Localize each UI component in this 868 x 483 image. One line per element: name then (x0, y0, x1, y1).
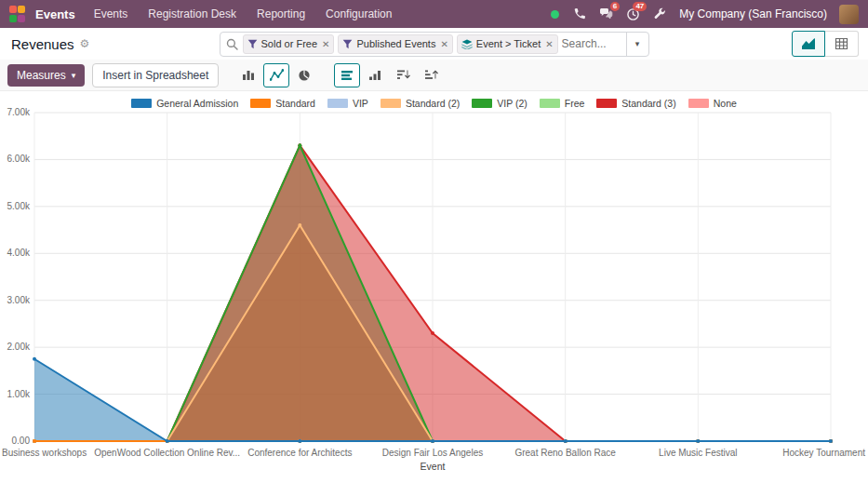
activities-clock-icon[interactable]: 47 (625, 7, 640, 21)
search-bar: Sold or Free ✕ Published Events ✕ Event … (220, 32, 649, 57)
groupby-layers-icon (461, 39, 473, 49)
user-avatar[interactable] (839, 5, 859, 24)
chart-options-group (334, 63, 444, 87)
svg-text:1.00k: 1.00k (7, 389, 31, 399)
legend-swatch (131, 99, 152, 108)
facet-sold-or-free: Sold or Free ✕ (243, 34, 335, 54)
svg-text:3.00k: 3.00k (7, 295, 31, 305)
svg-text:Event: Event (421, 461, 446, 472)
gear-icon[interactable]: ⚙ (80, 37, 90, 50)
sort-asc-button[interactable] (418, 63, 444, 87)
svg-text:OpenWood Collection Online Rev: OpenWood Collection Online Rev... (94, 448, 240, 458)
svg-text:Design Fair Los Angeles: Design Fair Los Angeles (382, 448, 483, 458)
stacked-toggle-button[interactable] (334, 63, 360, 87)
wrench-icon[interactable] (652, 7, 667, 21)
app-name[interactable]: Events (35, 7, 75, 21)
menu-registration-desk[interactable]: Registration Desk (148, 7, 236, 20)
measures-button[interactable]: Measures ▾ (7, 64, 85, 87)
line-chart-button[interactable] (263, 63, 289, 87)
legend-swatch (250, 99, 271, 108)
facet-remove-icon[interactable]: ✕ (440, 39, 447, 49)
activities-badge: 47 (633, 2, 647, 11)
svg-text:Great Reno Ballon Race: Great Reno Ballon Race (514, 448, 616, 458)
svg-text:7.00k: 7.00k (7, 108, 31, 117)
facet-label: Published Events (356, 38, 435, 49)
top-navbar: Events Events Registration Desk Reportin… (0, 0, 868, 28)
bar-chart-button[interactable] (235, 63, 261, 87)
pivot-grid-icon (835, 37, 848, 50)
caret-down-icon: ▾ (72, 71, 76, 80)
graph-view-button[interactable] (792, 31, 825, 57)
search-input[interactable] (562, 37, 626, 50)
svg-text:Live Music Festival: Live Music Festival (659, 448, 737, 458)
company-switcher[interactable]: My Company (San Francisco) (679, 7, 827, 20)
messages-icon[interactable]: 6 (598, 7, 613, 21)
facet-groupby-event-ticket: Event > Ticket ✕ (457, 34, 558, 54)
svg-text:0.00: 0.00 (12, 436, 31, 446)
svg-text:4.00k: 4.00k (7, 248, 31, 258)
svg-text:2.00k: 2.00k (7, 342, 31, 352)
insert-in-spreadsheet-button[interactable]: Insert in Spreadsheet (92, 63, 219, 87)
page-title: Revenues (11, 36, 74, 52)
facet-label: Event > Ticket (476, 38, 541, 49)
legend-swatch (381, 99, 401, 108)
online-status-dot (551, 10, 559, 19)
graph-toolbar: Measures ▾ Insert in Spreadsheet (0, 60, 868, 91)
filter-icon (247, 39, 258, 49)
chart-type-group (235, 63, 317, 87)
measures-label: Measures (17, 69, 66, 82)
pivot-view-button[interactable] (825, 31, 859, 57)
chart-area: General AdmissionStandardVIPStandard (2)… (0, 91, 868, 479)
facet-remove-icon[interactable]: ✕ (545, 39, 553, 49)
facet-published-events: Published Events ✕ (338, 34, 452, 54)
phone-icon[interactable] (571, 7, 586, 21)
svg-text:6.00k: 6.00k (7, 154, 31, 164)
svg-text:Hockey Tournament: Hockey Tournament (782, 448, 865, 458)
area-chart-icon (801, 37, 816, 50)
legend-swatch (688, 99, 709, 108)
control-panel: Revenues ⚙ Sold or Free ✕ Published Even… (0, 28, 868, 60)
revenue-chart[interactable]: 0.001.00k2.00k3.00k4.00k5.00k6.00k7.00kB… (0, 108, 868, 476)
view-switcher (792, 31, 859, 57)
filter-icon (342, 39, 353, 49)
legend-swatch (596, 99, 617, 108)
facet-remove-icon[interactable]: ✕ (322, 39, 329, 49)
legend-swatch (540, 99, 560, 108)
chart-legend: General AdmissionStandardVIPStandard (2)… (0, 91, 868, 108)
menu-events[interactable]: Events (94, 7, 128, 20)
search-icon (226, 38, 238, 50)
messages-badge: 6 (610, 2, 620, 11)
cumulative-toggle-button[interactable] (362, 63, 388, 87)
svg-text:5.00k: 5.00k (7, 201, 31, 211)
odoo-logo[interactable] (9, 6, 26, 22)
svg-text:Conference for Architects: Conference for Architects (247, 448, 352, 458)
legend-swatch (327, 99, 348, 108)
svg-text:Business workshops: Business workshops (2, 448, 87, 458)
legend-swatch (472, 99, 492, 108)
search-dropdown-caret-icon[interactable]: ▾ (626, 33, 648, 56)
pie-chart-button[interactable] (291, 63, 317, 87)
menu-reporting[interactable]: Reporting (257, 7, 305, 20)
facet-label: Sold or Free (261, 38, 318, 49)
sort-desc-button[interactable] (390, 63, 416, 87)
menu-configuration[interactable]: Configuration (326, 7, 392, 20)
